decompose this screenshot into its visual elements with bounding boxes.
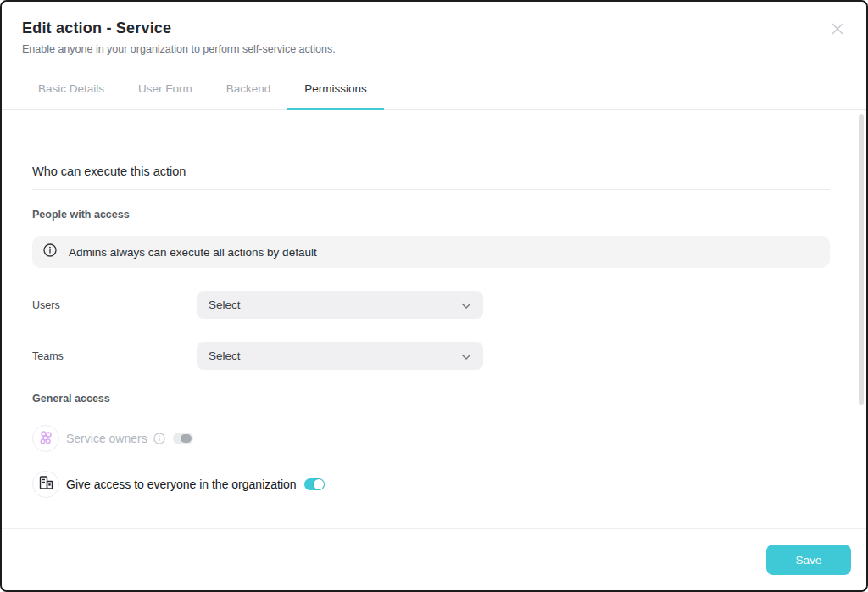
service-owners-toggle bbox=[173, 433, 193, 444]
users-field-row: Users Select bbox=[32, 291, 830, 319]
service-owners-info-icon bbox=[153, 433, 165, 444]
banner-text: Admins always can execute all actions by… bbox=[69, 246, 317, 259]
edit-action-modal: Edit action - Service Enable anyone in y… bbox=[0, 0, 868, 592]
section-title: Who can execute this action bbox=[32, 165, 830, 178]
people-with-access-heading: People with access bbox=[32, 209, 830, 221]
organization-avatar bbox=[32, 471, 59, 498]
general-access-heading: General access bbox=[32, 393, 830, 405]
teams-field-row: Teams Select bbox=[32, 342, 830, 370]
everyone-access-toggle[interactable] bbox=[304, 478, 325, 490]
tab-bar: Basic Details User Form Backend Permissi… bbox=[21, 82, 384, 110]
modal-footer: Save bbox=[2, 528, 866, 590]
tab-user-form[interactable]: User Form bbox=[121, 82, 209, 110]
chevron-down-icon bbox=[461, 349, 471, 364]
users-select[interactable]: Select bbox=[197, 291, 483, 319]
toggle-knob bbox=[181, 434, 192, 443]
tab-backend[interactable]: Backend bbox=[209, 82, 288, 110]
teams-label: Teams bbox=[32, 350, 197, 362]
chevron-down-icon bbox=[461, 298, 471, 313]
permissions-panel: Who can execute this action People with … bbox=[2, 110, 866, 528]
everyone-access-label: Give access to everyone in the organizat… bbox=[66, 478, 297, 491]
modal-subtitle: Enable anyone in your organization to pe… bbox=[22, 43, 846, 55]
close-icon bbox=[831, 22, 844, 38]
modal-header: Edit action - Service Enable anyone in y… bbox=[2, 2, 866, 110]
close-button[interactable] bbox=[829, 21, 846, 38]
everyone-access-row: Give access to everyone in the organizat… bbox=[32, 471, 830, 498]
organization-icon bbox=[36, 473, 55, 495]
admins-info-banner: Admins always can execute all actions by… bbox=[32, 236, 830, 268]
service-owners-row: Service owners bbox=[32, 425, 830, 452]
info-icon bbox=[43, 243, 57, 260]
tab-permissions[interactable]: Permissions bbox=[287, 82, 384, 110]
modal-title: Edit action - Service bbox=[22, 20, 846, 37]
users-select-value: Select bbox=[209, 299, 241, 311]
teams-select-value: Select bbox=[209, 349, 241, 362]
service-owners-icon bbox=[36, 427, 55, 450]
toggle-knob bbox=[314, 479, 324, 489]
vertical-scrollbar[interactable] bbox=[859, 114, 864, 405]
tab-basic-details[interactable]: Basic Details bbox=[21, 82, 121, 110]
section-divider bbox=[32, 189, 830, 190]
service-owners-avatar bbox=[32, 425, 59, 452]
service-owners-label: Service owners bbox=[66, 432, 147, 445]
save-button[interactable]: Save bbox=[766, 545, 851, 575]
teams-select[interactable]: Select bbox=[197, 342, 483, 370]
users-label: Users bbox=[32, 299, 197, 311]
